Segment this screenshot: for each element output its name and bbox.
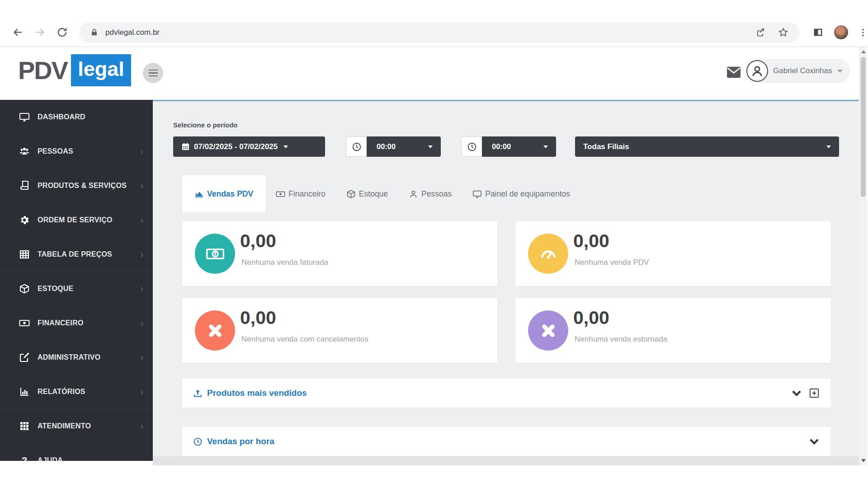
forward-icon[interactable] (34, 26, 46, 38)
date-range-picker[interactable]: 07/02/2025 - 07/02/2025 (173, 136, 325, 157)
person-icon (409, 189, 418, 199)
end-time-picker[interactable]: 00:00 (461, 136, 556, 157)
cube-icon (19, 283, 30, 294)
sidebar-item-administrativo[interactable]: ADMINISTRATIVO › (0, 340, 153, 375)
clock-icon (193, 437, 203, 446)
dashboard-tabs: Vendas PDV Financeiro Estoque Pessoas Pa… (182, 175, 580, 212)
upload-icon (193, 389, 203, 398)
chevron-down-icon (837, 70, 843, 73)
caret-down-icon (543, 145, 548, 148)
stat-caption: Nenhuma venda com cancelamentos (241, 335, 368, 344)
clock-icon (461, 136, 482, 157)
reload-icon[interactable] (56, 26, 68, 38)
collapse-chevron-icon[interactable] (791, 387, 802, 399)
sidebar-item-label: ESTOQUE (38, 285, 73, 293)
chevron-right-icon: › (140, 249, 144, 260)
tab-label: Vendas PDV (207, 189, 253, 199)
sidebar-item-label: DASHBOARD (38, 113, 85, 121)
browser-menu-icon[interactable] (858, 28, 868, 38)
branch-value: Todas Filiais (583, 142, 629, 151)
start-time-picker[interactable]: 00:00 (346, 136, 441, 157)
stat-card-venda-faturada: 0,00 Nenhuma venda faturada (182, 221, 497, 286)
chevron-right-icon: › (140, 283, 144, 294)
pencil-square-icon (19, 352, 30, 363)
address-bar[interactable]: pdvlegal.com.br (79, 23, 799, 42)
sidebar-item-estoque[interactable]: ESTOQUE › (0, 272, 153, 306)
tab-estoque[interactable]: Estoque (336, 175, 398, 212)
sidebar-item-financeiro[interactable]: FINANCEIRO › (0, 306, 153, 340)
mail-icon[interactable] (726, 66, 741, 79)
scroll-down-arrow-icon[interactable] (861, 459, 866, 462)
tab-pessoas[interactable]: Pessoas (398, 175, 462, 212)
date-range-value: 07/02/2025 - 07/02/2025 (194, 142, 278, 151)
stat-caption: Nenhuma venda PDV (575, 258, 649, 267)
logo-text-legal: legal (71, 54, 131, 86)
url-text: pdvlegal.com.br (105, 28, 742, 37)
tab-label: Financeiro (288, 189, 326, 199)
tab-painel-de-equipamentos[interactable]: Painel de equipamentos (462, 175, 580, 212)
vertical-scrollbar[interactable] (859, 47, 867, 465)
add-plus-square-icon[interactable] (808, 387, 820, 399)
chevron-right-icon: › (140, 421, 144, 432)
book-icon (19, 180, 30, 191)
sidebar-item-ajuda[interactable]: ? AJUDA (0, 443, 153, 461)
caret-down-icon (283, 145, 288, 148)
sidebar-item-label: ADMINISTRATIVO (38, 353, 100, 361)
branch-select[interactable]: Todas Filiais (575, 136, 839, 157)
sidebar-item-ordem-de-servico[interactable]: ORDEM DE SERVIÇO › (0, 203, 153, 237)
collapse-chevron-icon[interactable] (808, 436, 820, 447)
user-avatar-icon (746, 60, 768, 82)
end-time-value: 00:00 (492, 142, 511, 151)
sidebar-toggle-button[interactable] (143, 63, 163, 83)
grid-icon (19, 421, 30, 432)
share-icon[interactable] (755, 27, 765, 38)
viewport-bottom-strip (153, 456, 859, 465)
panel-vendas-por-hora: Vendas por hora (182, 427, 831, 456)
tab-label: Estoque (359, 189, 388, 199)
banknote-icon (19, 318, 30, 328)
browser-profile-avatar[interactable] (834, 25, 848, 39)
gear-icon (19, 215, 30, 225)
stat-card-cancelamentos: 0,00 Nenhuma venda com cancelamentos (182, 298, 497, 363)
area-chart-icon (194, 189, 204, 199)
user-menu[interactable]: Gabriel Coxinhas (746, 59, 850, 83)
calendar-icon (181, 142, 190, 151)
stat-value: 0,00 (240, 307, 276, 328)
sidebar-item-pessoas[interactable]: PESSOAS › (0, 134, 153, 169)
browser-toolbar: pdvlegal.com.br (0, 18, 868, 47)
sidebar-item-label: PRODUTOS & SERVIÇOS (38, 182, 127, 190)
user-name: Gabriel Coxinhas (773, 66, 832, 75)
bookmark-star-icon[interactable] (778, 27, 788, 38)
app-header: PDV legal Gabriel Coxinhas (0, 47, 868, 100)
caret-down-icon (826, 145, 831, 148)
gauge-icon (528, 234, 568, 274)
x-icon (195, 310, 235, 351)
sidebar-item-label: RELATÓRIOS (38, 388, 85, 396)
sidebar-item-produtos-servicos[interactable]: PRODUTOS & SERVIÇOS › (0, 169, 153, 203)
panel-title-link[interactable]: Vendas por hora (193, 436, 274, 446)
app-logo[interactable]: PDV legal (18, 54, 131, 86)
scrollbar-thumb[interactable] (861, 57, 866, 197)
caret-down-icon (428, 145, 433, 148)
stat-value: 0,00 (573, 307, 609, 328)
scroll-up-arrow-icon[interactable] (861, 50, 866, 53)
tab-vendas-pdv[interactable]: Vendas PDV (182, 175, 265, 212)
panel-title-link[interactable]: Produtos mais vendidos (193, 388, 307, 398)
chevron-right-icon: › (140, 180, 144, 191)
sidebar-item-atendimento[interactable]: ATENDIMENTO › (0, 409, 153, 443)
sidebar-item-dashboard[interactable]: DASHBOARD (0, 100, 153, 134)
stat-caption: Nenhuma venda faturada (241, 258, 328, 267)
question-icon: ? (19, 455, 30, 461)
chevron-right-icon: › (140, 318, 144, 328)
chevron-right-icon: › (140, 215, 144, 225)
desktop-icon (19, 112, 30, 122)
logo-text-pdv: PDV (18, 56, 67, 85)
bar-chart-icon (19, 386, 30, 397)
tab-financeiro[interactable]: Financeiro (265, 175, 336, 212)
side-panel-icon[interactable] (813, 27, 823, 38)
stat-card-venda-estornada: 0,00 Nenhuma venda estornada (515, 298, 831, 363)
back-icon[interactable] (12, 26, 24, 38)
sidebar-item-label: PESSOAS (38, 147, 73, 155)
sidebar-item-tabela-de-precos[interactable]: TABELA DE PREÇOS › (0, 237, 153, 272)
sidebar-item-relatorios[interactable]: RELATÓRIOS › (0, 375, 153, 409)
